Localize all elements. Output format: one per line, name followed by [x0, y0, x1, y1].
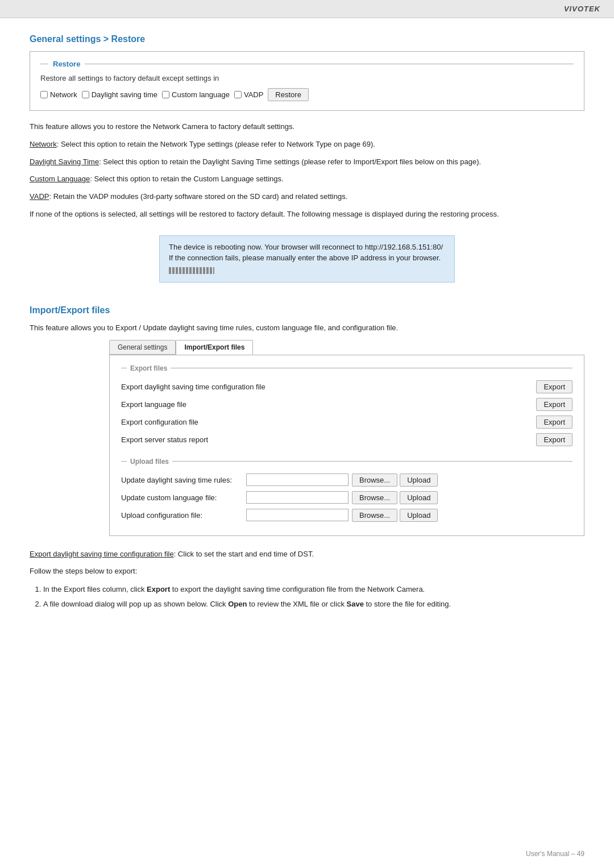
export-row-1: Export language file Export — [121, 396, 572, 413]
body-para5-text: : Retain the VADP modules (3rd-party sof… — [49, 192, 347, 201]
body-para6: If none of the options is selected, all … — [30, 209, 584, 221]
checkbox-network[interactable]: Network — [40, 90, 77, 99]
custom-lang-term: Custom Language — [30, 175, 90, 183]
upload-btn-1[interactable]: Upload — [400, 491, 438, 504]
checkbox-custom-lang-label: Custom language — [172, 90, 230, 99]
body-para1: This feature allows you to restore the N… — [30, 121, 584, 133]
body-para3: Daylight Saving Time: Select this option… — [30, 156, 584, 168]
reboot-info-box: The device is rebooting now. Your browse… — [159, 235, 455, 283]
vadp-term: VADP — [30, 192, 49, 201]
checkbox-network-label: Network — [50, 90, 77, 99]
body-para4: Custom Language: Select this option to r… — [30, 173, 584, 185]
restore-desc: Restore all settings to factory default … — [40, 74, 574, 82]
upload-section: Upload files Update daylight saving time… — [121, 458, 572, 524]
checkbox-dst-label: Daylight saving time — [92, 90, 157, 99]
export-btn-0[interactable]: Export — [536, 380, 572, 393]
section-title-restore: General settings > Restore — [30, 34, 584, 44]
body-para2: Network: Select this option to retain th… — [30, 139, 584, 151]
export-label-1: Export language file — [121, 400, 527, 409]
export-dst-desc: : Click to set the start and end time of… — [174, 550, 314, 558]
upload-label-2: Upload configuration file: — [121, 511, 246, 520]
footer-page-number: User's Manual – 49 — [526, 850, 584, 858]
top-bar: VIVOTEK — [0, 0, 614, 18]
tab-panel-content: Export files Export daylight saving time… — [109, 355, 584, 536]
checkbox-dst[interactable]: Daylight saving time — [82, 90, 157, 99]
upload-label-1: Update custom language file: — [121, 493, 246, 502]
export-files-legend: Export files — [121, 364, 572, 372]
upload-label-0: Update daylight saving time rules: — [121, 476, 246, 484]
tab-import-export-files[interactable]: Import/Export files — [176, 340, 253, 355]
checkbox-custom-lang-input[interactable] — [162, 91, 169, 98]
restore-legend: Restore — [40, 60, 574, 68]
tabs-row: General settings Import/Export files — [109, 340, 584, 355]
upload-input-0[interactable] — [246, 474, 349, 486]
export-label-3: Export server status report — [121, 435, 527, 444]
export-label-0: Export daylight saving time configuratio… — [121, 383, 527, 391]
browse-btn-2[interactable]: Browse... — [352, 509, 397, 522]
tab-general-settings[interactable]: General settings — [109, 340, 176, 355]
step-2: A file download dialog will pop up as sh… — [43, 598, 584, 610]
body-para2-text: : Select this option to retain the Netwo… — [57, 140, 375, 148]
restore-options: Network Daylight saving time Custom lang… — [40, 88, 574, 101]
export-btn-1[interactable]: Export — [536, 398, 572, 411]
checkbox-network-input[interactable] — [40, 91, 48, 98]
progress-bar — [169, 267, 214, 274]
dst-term: Daylight Saving Time — [30, 157, 99, 166]
upload-btn-0[interactable]: Upload — [400, 474, 438, 487]
bottom-section: Export daylight saving time configuratio… — [30, 549, 584, 611]
export-row-3: Export server status report Export — [121, 431, 572, 448]
network-term: Network — [30, 140, 57, 148]
steps-list: In the Export files column, click Export… — [43, 583, 584, 610]
upload-row-1: Update custom language file: Browse... U… — [121, 489, 572, 506]
checkbox-vadp-input[interactable] — [234, 91, 242, 98]
export-row-0: Export daylight saving time configuratio… — [121, 378, 572, 396]
export-row-2: Export configuration file Export — [121, 413, 572, 431]
browse-btn-1[interactable]: Browse... — [352, 491, 397, 504]
upload-input-1[interactable] — [246, 491, 349, 504]
body-para5: VADP: Retain the VADP modules (3rd-party… — [30, 191, 584, 203]
import-export-section: Import/Export files This feature allows … — [30, 305, 584, 536]
export-btn-3[interactable]: Export — [536, 433, 572, 446]
upload-files-legend: Upload files — [121, 458, 572, 466]
section-title-import-export: Import/Export files — [30, 305, 584, 315]
upload-row-0: Update daylight saving time rules: Brows… — [121, 471, 572, 489]
info-line1: The device is rebooting now. Your browse… — [169, 242, 445, 253]
export-label-2: Export configuration file — [121, 418, 527, 426]
export-rows: Export daylight saving time configuratio… — [121, 378, 572, 448]
checkbox-vadp[interactable]: VADP — [234, 90, 263, 99]
upload-row-2: Upload configuration file: Browse... Upl… — [121, 506, 572, 524]
brand-logo: VIVOTEK — [564, 5, 600, 13]
export-dst-prefix: Export daylight saving time configuratio… — [30, 550, 174, 558]
body-para4-text: : Select this option to retain the Custo… — [90, 175, 283, 183]
export-btn-2[interactable]: Export — [536, 416, 572, 429]
body-para3-text: : Select this option to retain the Dayli… — [99, 157, 481, 166]
step-1: In the Export files column, click Export… — [43, 583, 584, 596]
checkbox-vadp-label: VADP — [244, 90, 263, 99]
upload-btn-2[interactable]: Upload — [400, 509, 438, 522]
info-line2: If the connection fails, please manually… — [169, 252, 445, 264]
checkbox-custom-lang[interactable]: Custom language — [162, 90, 230, 99]
export-dst-line: Export daylight saving time configuratio… — [30, 549, 584, 560]
import-export-intro: This feature allows you to Export / Upda… — [30, 322, 584, 334]
follow-steps-label: Follow the steps below to export: — [30, 566, 584, 578]
checkbox-dst-input[interactable] — [82, 91, 89, 98]
upload-input-2[interactable] — [246, 509, 349, 521]
restore-button[interactable]: Restore — [268, 88, 309, 101]
restore-panel: Restore Restore all settings to factory … — [30, 51, 584, 111]
browse-btn-0[interactable]: Browse... — [352, 474, 397, 487]
